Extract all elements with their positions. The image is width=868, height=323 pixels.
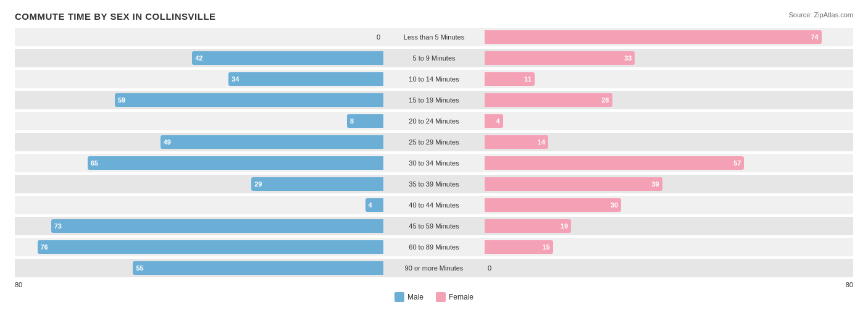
male-bar-container: 59 bbox=[15, 91, 385, 109]
female-bar: 30 bbox=[485, 198, 621, 212]
male-bar: 42 bbox=[192, 51, 383, 65]
chart-title: COMMUTE TIME BY SEX IN COLLINSVILLE bbox=[15, 11, 853, 22]
female-bar-container: 33 bbox=[483, 49, 853, 67]
row-label: 40 to 44 Minutes bbox=[385, 201, 483, 209]
female-bar: 74 bbox=[485, 30, 822, 44]
chart-area: 0Less than 5 Minutes74425 to 9 Minutes33… bbox=[15, 28, 853, 277]
row-label: 45 to 59 Minutes bbox=[385, 222, 483, 230]
male-bar-value: 4 bbox=[365, 201, 375, 209]
female-bar-container: 19 bbox=[483, 217, 853, 235]
male-bar-container: 76 bbox=[15, 238, 385, 256]
axis-left-label: 80 bbox=[15, 281, 22, 288]
male-bar-container: 42 bbox=[15, 49, 385, 67]
legend-female-label: Female bbox=[449, 293, 474, 301]
row-label: 90 or more Minutes bbox=[385, 264, 483, 272]
row-label: 10 to 14 Minutes bbox=[385, 75, 483, 83]
male-bar-value: 42 bbox=[192, 54, 206, 62]
row-label: 60 to 89 Minutes bbox=[385, 243, 483, 251]
male-bar-container: 65 bbox=[15, 154, 385, 172]
row-label: 5 to 9 Minutes bbox=[385, 54, 483, 62]
female-bar-value: 15 bbox=[539, 243, 553, 251]
chart-row: 2935 to 39 Minutes39 bbox=[15, 175, 853, 193]
male-bar: 34 bbox=[228, 72, 383, 86]
female-bar-value: 4 bbox=[493, 117, 503, 125]
female-bar-container: 0 bbox=[483, 259, 853, 277]
row-label: 15 to 19 Minutes bbox=[385, 96, 483, 104]
male-bar-value: 76 bbox=[38, 243, 51, 251]
male-bar: 73 bbox=[51, 219, 383, 233]
male-bar-container: 0 bbox=[15, 28, 385, 46]
chart-row: 6530 to 34 Minutes57 bbox=[15, 154, 853, 172]
male-bar-value: 73 bbox=[51, 222, 65, 230]
male-bar: 76 bbox=[38, 240, 384, 254]
row-label: 35 to 39 Minutes bbox=[385, 180, 483, 188]
chart-row: 7345 to 59 Minutes19 bbox=[15, 217, 853, 235]
male-bar-container: 34 bbox=[15, 70, 385, 88]
male-bar-value: 59 bbox=[115, 96, 128, 104]
female-bar: 28 bbox=[485, 93, 612, 107]
chart-row: 820 to 24 Minutes4 bbox=[15, 112, 853, 130]
female-bar-container: 28 bbox=[483, 91, 853, 109]
female-bar: 57 bbox=[485, 156, 744, 170]
axis-bottom: 80 80 bbox=[15, 281, 853, 288]
female-bar-container: 15 bbox=[483, 238, 853, 256]
chart-row: 5915 to 19 Minutes28 bbox=[15, 91, 853, 109]
female-bar-container: 39 bbox=[483, 175, 853, 193]
male-bar: 29 bbox=[251, 177, 383, 191]
female-bar-container: 57 bbox=[483, 154, 853, 172]
chart-row: 0Less than 5 Minutes74 bbox=[15, 28, 853, 46]
chart-row: 3410 to 14 Minutes11 bbox=[15, 70, 853, 88]
chart-row: 7660 to 89 Minutes15 bbox=[15, 238, 853, 256]
female-bar-value: 28 bbox=[598, 96, 612, 104]
male-bar: 4 bbox=[365, 198, 384, 212]
female-bar-container: 14 bbox=[483, 133, 853, 151]
female-bar: 39 bbox=[485, 177, 662, 191]
male-bar-container: 73 bbox=[15, 217, 385, 235]
female-bar-value: 33 bbox=[621, 54, 635, 62]
male-bar: 59 bbox=[115, 93, 383, 107]
male-bar: 49 bbox=[161, 135, 383, 149]
legend-male-label: Male bbox=[407, 293, 424, 301]
female-bar: 15 bbox=[485, 240, 553, 254]
male-bar: 8 bbox=[347, 114, 383, 128]
female-bar-value: 14 bbox=[535, 138, 548, 146]
row-label: 20 to 24 Minutes bbox=[385, 117, 483, 125]
male-bar-container: 29 bbox=[15, 175, 385, 193]
male-bar-container: 4 bbox=[15, 196, 385, 214]
row-label: 30 to 34 Minutes bbox=[385, 159, 483, 167]
female-bar-value: 19 bbox=[557, 222, 571, 230]
legend-male: Male bbox=[394, 292, 424, 302]
female-bar: 4 bbox=[485, 114, 503, 128]
female-bar-value: 11 bbox=[521, 75, 535, 83]
axis-right-label: 80 bbox=[846, 281, 853, 288]
male-bar-container: 8 bbox=[15, 112, 385, 130]
female-bar-container: 74 bbox=[483, 28, 853, 46]
source-text: Source: ZipAtlas.com bbox=[788, 11, 853, 19]
row-label: Less than 5 Minutes bbox=[385, 33, 483, 41]
female-bar-container: 11 bbox=[483, 70, 853, 88]
chart-row: 440 to 44 Minutes30 bbox=[15, 196, 853, 214]
female-bar-container: 4 bbox=[483, 112, 853, 130]
male-bar-container: 55 bbox=[15, 259, 385, 277]
male-bar-value: 8 bbox=[347, 117, 357, 125]
female-bar: 14 bbox=[485, 135, 548, 149]
female-bar-value: 39 bbox=[648, 180, 662, 188]
chart-row: 425 to 9 Minutes33 bbox=[15, 49, 853, 67]
female-bar-value: 74 bbox=[808, 33, 822, 41]
male-bar-value: 49 bbox=[161, 138, 174, 146]
chart-container: COMMUTE TIME BY SEX IN COLLINSVILLE Sour… bbox=[0, 0, 868, 323]
chart-row: 5590 or more Minutes0 bbox=[15, 259, 853, 277]
male-bar-value: 55 bbox=[133, 264, 146, 272]
male-bar-container: 49 bbox=[15, 133, 385, 151]
female-bar-value-outside: 0 bbox=[488, 264, 491, 272]
male-bar-value: 34 bbox=[228, 75, 242, 83]
female-bar: 11 bbox=[485, 72, 535, 86]
male-bar-value: 65 bbox=[88, 159, 101, 167]
female-bar: 19 bbox=[485, 219, 571, 233]
chart-row: 4925 to 29 Minutes14 bbox=[15, 133, 853, 151]
legend-female: Female bbox=[436, 292, 474, 302]
female-bar-value: 30 bbox=[607, 201, 621, 209]
female-bar-container: 30 bbox=[483, 196, 853, 214]
row-label: 25 to 29 Minutes bbox=[385, 138, 483, 146]
male-bar: 55 bbox=[133, 261, 383, 275]
